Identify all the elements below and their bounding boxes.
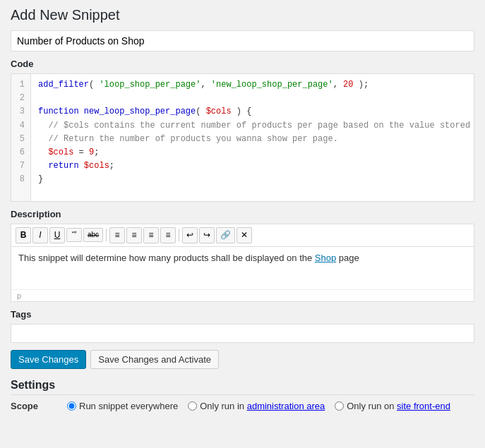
toolbar-align-center[interactable]: ≡: [160, 227, 176, 243]
toolbar-italic[interactable]: I: [32, 227, 48, 243]
description-suffix: page: [336, 253, 359, 263]
description-shop-link[interactable]: Shop: [315, 253, 336, 263]
settings-section: Settings Scope Run snippet everywhere On…: [11, 379, 474, 411]
scope-option-admin[interactable]: Only run in administration area: [188, 401, 325, 411]
tags-input[interactable]: [11, 324, 474, 343]
toolbar-divider-1: [106, 229, 107, 241]
page-title: Add New Snippet: [11, 7, 474, 23]
description-section: B I U “” abc ≡ ≡ ≡ ≡ ↩ ↪ 🔗 ✕ This snippe…: [11, 224, 474, 302]
scope-front-link[interactable]: site front-end: [397, 401, 450, 411]
page-wrapper: Add New Snippet Code 1 2 3 4 5 6 7 8 add…: [0, 0, 485, 418]
scope-radio-front[interactable]: [335, 401, 344, 411]
toolbar-undo[interactable]: ↩: [182, 227, 198, 243]
scope-row: Scope Run snippet everywhere Only run in…: [11, 401, 474, 411]
toolbar-quote[interactable]: “”: [66, 228, 82, 242]
toolbar-redo[interactable]: ↪: [199, 227, 215, 243]
description-body[interactable]: This snippet will determine how many pro…: [11, 247, 474, 289]
save-button[interactable]: Save Changes: [11, 350, 86, 369]
scope-radio-admin[interactable]: [188, 401, 197, 411]
description-footer: p: [11, 289, 474, 301]
description-text: This snippet will determine how many pro…: [18, 253, 315, 263]
code-section: 1 2 3 4 5 6 7 8 add_filter( 'loop_shop_p…: [11, 73, 474, 202]
description-label: Description: [11, 209, 474, 219]
buttons-row: Save Changes Save Changes and Activate: [11, 350, 474, 369]
toolbar-ul[interactable]: ≡: [109, 227, 125, 243]
snippet-name-input[interactable]: [11, 30, 474, 52]
scope-option-front[interactable]: Only run on site front-end: [335, 401, 450, 411]
code-editor[interactable]: 1 2 3 4 5 6 7 8 add_filter( 'loop_shop_p…: [11, 74, 474, 201]
toolbar-strikethrough[interactable]: abc: [83, 228, 103, 242]
toolbar-bold[interactable]: B: [16, 227, 31, 243]
scope-admin-link[interactable]: administration area: [247, 401, 325, 411]
toolbar-underline[interactable]: U: [49, 227, 65, 243]
scope-admin-label: Only run in administration area: [200, 401, 325, 411]
scope-radio-all[interactable]: [67, 401, 76, 411]
toolbar-divider-2: [179, 229, 179, 241]
description-toolbar: B I U “” abc ≡ ≡ ≡ ≡ ↩ ↪ 🔗 ✕: [11, 224, 474, 247]
scope-front-label: Only run on site front-end: [347, 401, 450, 411]
toolbar-remove-format[interactable]: ✕: [236, 227, 252, 243]
tags-label: Tags: [11, 309, 474, 320]
toolbar-align-left[interactable]: ≡: [143, 227, 159, 243]
scope-label: Scope: [11, 401, 67, 411]
toolbar-link[interactable]: 🔗: [216, 227, 235, 243]
tags-section: Tags: [11, 309, 474, 343]
code-label: Code: [11, 59, 474, 69]
settings-title: Settings: [11, 379, 474, 395]
save-activate-button[interactable]: Save Changes and Activate: [90, 350, 219, 369]
code-content[interactable]: add_filter( 'loop_shop_per_page', 'new_l…: [31, 74, 474, 201]
toolbar-ol[interactable]: ≡: [126, 227, 142, 243]
line-numbers: 1 2 3 4 5 6 7 8: [11, 74, 31, 201]
scope-all-label: Run snippet everywhere: [79, 401, 178, 411]
scope-option-all[interactable]: Run snippet everywhere: [67, 401, 178, 411]
scope-options: Run snippet everywhere Only run in admin…: [67, 401, 450, 411]
